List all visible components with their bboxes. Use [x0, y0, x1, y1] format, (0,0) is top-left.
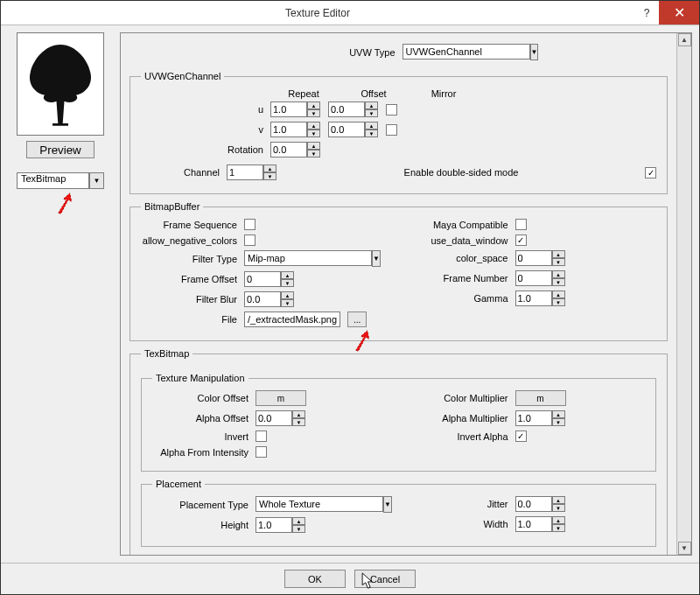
browse-button[interactable]: ...: [347, 312, 367, 327]
alpha-from-intensity-label: Alpha From Intensity: [152, 447, 248, 458]
spin-down-icon[interactable]: ▼: [263, 172, 276, 180]
spin-up-icon[interactable]: ▲: [292, 410, 305, 418]
chevron-down-icon[interactable]: ▼: [383, 496, 392, 513]
preview-button[interactable]: Preview: [26, 141, 94, 158]
file-label: File: [141, 314, 237, 325]
spin-up-icon[interactable]: ▲: [263, 164, 276, 172]
scroll-down-icon[interactable]: ▼: [678, 542, 691, 555]
double-sided-checkbox[interactable]: ✓: [645, 167, 656, 178]
help-button[interactable]: ?: [634, 1, 659, 24]
spin-down-icon[interactable]: ▼: [365, 109, 378, 117]
v-repeat-input[interactable]: [270, 122, 307, 137]
invert-checkbox[interactable]: [256, 430, 267, 442]
uvw-type-label: UVW Type: [273, 47, 396, 58]
spin-down-icon[interactable]: ▼: [552, 298, 565, 306]
placement-type-label: Placement Type: [152, 500, 248, 510]
chevron-down-icon[interactable]: ▼: [530, 44, 539, 60]
group-legend: Texture Manipulation: [152, 373, 248, 383]
bitmapbuffer-group: BitmapBuffer Frame Sequence allow_negati…: [130, 201, 668, 341]
spin-up-icon[interactable]: ▲: [292, 517, 305, 525]
maya-compat-label: Maya Compatible: [412, 220, 508, 230]
spin-down-icon[interactable]: ▼: [552, 418, 565, 426]
chevron-down-icon[interactable]: ▼: [89, 172, 104, 189]
height-input[interactable]: [256, 517, 292, 533]
v-mirror-checkbox[interactable]: [386, 124, 397, 136]
close-button[interactable]: ✕: [659, 1, 699, 24]
spin-up-icon[interactable]: ▲: [552, 250, 565, 258]
mirror-heading: Mirror: [412, 88, 475, 99]
spin-down-icon[interactable]: ▼: [365, 130, 378, 137]
spin-up-icon[interactable]: ▲: [307, 142, 320, 150]
texture-type-select[interactable]: TexBitmap: [17, 172, 89, 189]
group-legend: BitmapBuffer: [141, 201, 203, 212]
frame-number-input[interactable]: [515, 270, 552, 286]
spin-down-icon[interactable]: ▼: [307, 109, 320, 117]
spin-down-icon[interactable]: ▼: [281, 299, 294, 307]
frame-sequence-checkbox[interactable]: [244, 219, 256, 230]
spin-up-icon[interactable]: ▲: [307, 122, 320, 130]
color-space-input[interactable]: [515, 250, 552, 266]
spin-down-icon[interactable]: ▼: [552, 504, 565, 512]
color-multiplier-button[interactable]: m: [515, 390, 566, 406]
spin-down-icon[interactable]: ▼: [552, 278, 565, 286]
spin-up-icon[interactable]: ▲: [552, 270, 565, 278]
spin-down-icon[interactable]: ▼: [552, 524, 565, 532]
spin-down-icon[interactable]: ▼: [552, 258, 565, 266]
color-offset-button[interactable]: m: [256, 390, 306, 406]
spin-up-icon[interactable]: ▲: [552, 410, 565, 418]
color-offset-label: Color Offset: [152, 393, 248, 403]
spin-up-icon[interactable]: ▲: [552, 290, 565, 298]
scrollbar[interactable]: ▲ ▼: [676, 33, 691, 555]
spin-down-icon[interactable]: ▼: [281, 279, 294, 287]
spin-up-icon[interactable]: ▲: [307, 102, 320, 109]
spin-up-icon[interactable]: ▲: [552, 496, 565, 504]
ok-button[interactable]: OK: [284, 570, 346, 588]
gamma-input[interactable]: [515, 290, 552, 306]
uvwgenchannel-group: UVWGenChannel Repeat Offset Mirror u ▲▼ …: [130, 71, 668, 194]
filter-type-label: Filter Type: [141, 254, 237, 264]
use-data-window-label: use_data_window: [412, 235, 508, 246]
channel-input[interactable]: [227, 164, 263, 180]
use-data-window-checkbox[interactable]: ✓: [515, 234, 527, 246]
filter-type-select[interactable]: [244, 250, 372, 266]
spin-up-icon[interactable]: ▲: [552, 516, 565, 524]
tree-icon: [21, 36, 100, 132]
spin-up-icon[interactable]: ▲: [281, 291, 294, 299]
invert-alpha-checkbox[interactable]: ✓: [515, 430, 527, 442]
u-offset-input[interactable]: [328, 102, 365, 117]
rotation-input[interactable]: [270, 142, 307, 158]
allow-negative-checkbox[interactable]: [244, 234, 256, 246]
rotation-label: Rotation: [141, 144, 263, 155]
placement-type-select[interactable]: [256, 496, 383, 512]
hint-arrow-icon: [55, 192, 80, 216]
scroll-up-icon[interactable]: ▲: [678, 33, 691, 46]
spin-up-icon[interactable]: ▲: [281, 271, 294, 279]
v-offset-input[interactable]: [328, 122, 365, 137]
alpha-from-intensity-checkbox[interactable]: [256, 446, 267, 458]
alpha-offset-input[interactable]: [256, 410, 292, 426]
group-legend: Placement: [152, 479, 205, 489]
filter-blur-input[interactable]: [244, 291, 281, 307]
maya-compat-checkbox[interactable]: [515, 219, 527, 230]
file-input[interactable]: [244, 312, 340, 327]
spin-down-icon[interactable]: ▼: [307, 130, 320, 137]
spin-up-icon[interactable]: ▲: [365, 122, 378, 130]
u-repeat-input[interactable]: [270, 102, 307, 117]
jitter-input[interactable]: [515, 496, 552, 512]
height-label: Height: [152, 520, 248, 530]
alpha-multiplier-input[interactable]: [515, 410, 552, 426]
spin-down-icon[interactable]: ▼: [292, 418, 305, 426]
width-input[interactable]: [515, 516, 552, 532]
color-multiplier-label: Color Multiplier: [412, 393, 508, 403]
chevron-down-icon[interactable]: ▼: [372, 250, 381, 267]
frame-offset-input[interactable]: [244, 271, 281, 287]
uvw-type-select[interactable]: [402, 44, 530, 60]
texbitmap-group: TexBitmap Texture Manipulation Color Off…: [130, 348, 668, 555]
titlebar: Texture Editor ? ✕: [1, 1, 699, 25]
spin-down-icon[interactable]: ▼: [307, 150, 320, 158]
spin-down-icon[interactable]: ▼: [292, 525, 305, 533]
gamma-label: Gamma: [412, 293, 508, 304]
spin-up-icon[interactable]: ▲: [365, 102, 378, 109]
u-mirror-checkbox[interactable]: [386, 104, 397, 116]
frame-number-label: Frame Number: [412, 273, 508, 284]
